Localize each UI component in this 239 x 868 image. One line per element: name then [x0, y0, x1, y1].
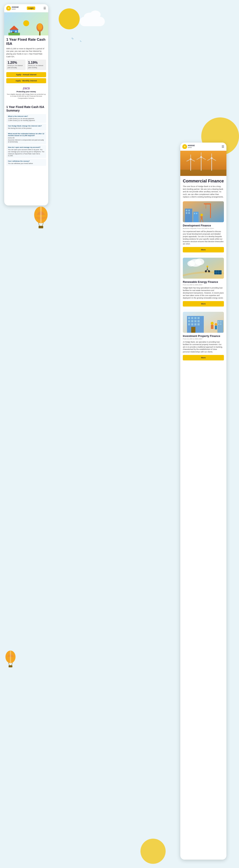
product-card-desc-2: At Hodge Bank, we specialise in providin… — [183, 341, 224, 353]
svg-point-50 — [201, 214, 203, 216]
left-phone-header: H HODGE BANK Login ☰ — [4, 4, 48, 12]
svg-rect-43 — [186, 210, 187, 211]
svg-point-86 — [215, 323, 217, 326]
balloon-bottom — [4, 650, 17, 669]
deco-cloud — [80, 17, 105, 26]
product-card-image-renewable — [183, 258, 224, 279]
product-card-title-2: Investment Property Finance — [183, 334, 224, 338]
right-hodge-sub: BANK — [188, 147, 195, 149]
product-card-renewable: Renewable Energy Finance From £1,000 to … — [183, 258, 224, 306]
svg-point-84 — [211, 322, 214, 325]
product-card-title-0: Development Finance — [183, 224, 224, 227]
svg-rect-49 — [196, 213, 197, 214]
hero-image-left — [4, 12, 48, 35]
commercial-desc: The core focus of Hodge Bank is to be a … — [183, 185, 224, 198]
hodge-sub: BANK — [12, 8, 19, 10]
right-hodge-logo-icon: H — [182, 144, 187, 149]
hero-image-right — [180, 151, 227, 176]
summary-section: 1 Year Fixed Rate Cash ISA Summary What … — [4, 105, 48, 169]
svg-rect-79 — [188, 323, 190, 326]
svg-rect-38 — [210, 204, 211, 218]
svg-rect-92 — [220, 323, 221, 325]
svg-rect-5 — [8, 33, 20, 35]
svg-rect-75 — [188, 320, 190, 322]
svg-rect-51 — [201, 216, 203, 219]
tree-illustration — [36, 23, 44, 35]
product-cards: Development Finance Business Deposits Fr… — [183, 201, 224, 361]
svg-rect-46 — [188, 212, 190, 214]
rate-monthly-label: Gross p.a. for interest paid monthly. — [28, 65, 45, 69]
svg-rect-81 — [195, 323, 197, 326]
svg-rect-78 — [198, 320, 200, 322]
faq-question: Can Hodge Bank change the interest rate? — [8, 125, 44, 127]
svg-rect-90 — [220, 321, 221, 322]
svg-line-11 — [38, 223, 39, 226]
product-card-image-investment — [183, 312, 224, 333]
faq-answer: You can withdraw your funds before — [8, 162, 44, 164]
svg-rect-19 — [8, 665, 12, 668]
right-phone: H HODGE BANK ☰ — [180, 143, 227, 860]
product-card-desc-1: Hodge Bank has long specialised in provi… — [183, 287, 224, 299]
faq-item: What is the interest rate? 1.40% Gross p… — [6, 114, 46, 123]
apply-annual-button[interactable]: Apply · Annual interest — [6, 72, 46, 77]
faq-question: What is the interest rate? — [8, 115, 44, 117]
fscs-section: ƒSCS Protecting your money Your eligible… — [6, 85, 46, 101]
svg-line-18 — [11, 663, 12, 665]
more-button-1[interactable]: More — [183, 301, 224, 307]
deco-bird: ∿ — [71, 37, 74, 40]
more-button-2[interactable]: More — [183, 355, 224, 361]
login-button[interactable]: Login — [27, 6, 35, 10]
product-card-investment: Investment Property Finance From £1,000 … — [183, 312, 224, 361]
svg-rect-72 — [191, 317, 193, 319]
svg-rect-77 — [195, 320, 197, 322]
svg-rect-4 — [15, 31, 17, 32]
svg-point-58 — [187, 260, 195, 267]
fscs-text: Your eligible deposits with Hodge Bank a… — [6, 93, 46, 99]
product-desc: With £1,000 or more to deposit for a per… — [6, 48, 46, 58]
svg-rect-48 — [194, 213, 195, 214]
svg-rect-32 — [211, 158, 212, 170]
fscs-title: Protecting your money — [6, 91, 46, 93]
svg-rect-13 — [38, 226, 43, 228]
faq-item: How do I open and manage my account? You… — [6, 145, 46, 158]
svg-marker-1 — [9, 26, 19, 30]
svg-rect-89 — [218, 321, 219, 322]
summary-title: 1 Year Fixed Rate Cash ISA Summary — [6, 105, 46, 113]
faq-item: What would the estimated balance be afte… — [6, 131, 46, 144]
svg-line-17 — [8, 663, 9, 665]
faq-question: Can I withdraw the money? — [8, 160, 44, 162]
svg-rect-74 — [198, 317, 200, 319]
logo-area: H HODGE BANK — [6, 6, 19, 10]
faq-question: What would the estimated balance be afte… — [8, 133, 44, 136]
faq-answer: Not during the term of the product. — [8, 127, 44, 129]
svg-rect-83 — [191, 327, 196, 333]
faq-list: What is the interest rate? 1.40% Gross p… — [6, 114, 46, 166]
svg-rect-44 — [188, 210, 190, 211]
apply-monthly-button[interactable]: Apply · Monthly interest — [6, 78, 46, 83]
product-card-development: Development Finance Business Deposits Fr… — [183, 201, 224, 252]
svg-rect-82 — [198, 323, 200, 326]
house-illustration — [8, 24, 20, 35]
right-hamburger-icon[interactable]: ☰ — [221, 145, 224, 148]
hamburger-icon[interactable]: ☰ — [43, 6, 46, 10]
right-phone-content: Commercial Finance The core focus of Hod… — [180, 176, 227, 366]
right-logo-area: H HODGE BANK — [182, 144, 195, 149]
svg-rect-85 — [211, 325, 213, 329]
hodge-name: HODGE — [12, 6, 19, 8]
hodge-logo-icon: H — [6, 6, 11, 10]
product-card-title-1: Renewable Energy Finance — [183, 280, 224, 283]
svg-rect-76 — [191, 320, 193, 322]
commercial-title: Commercial Finance — [183, 179, 224, 183]
deco-sun-bottom — [141, 839, 166, 864]
svg-line-12 — [42, 223, 43, 226]
balloon-left — [32, 206, 49, 228]
rate-monthly-value: 1.19% — [28, 61, 45, 65]
deco-sun — [59, 8, 80, 29]
product-title: 1 Year Fixed Rate Cash ISA — [6, 37, 46, 46]
deco-bird2: ∿ — [80, 40, 82, 42]
hero-sun — [23, 20, 29, 26]
faq-item: Can I withdraw the money? You can withdr… — [6, 159, 46, 166]
svg-rect-87 — [215, 326, 217, 330]
svg-rect-71 — [188, 317, 190, 319]
more-button-0[interactable]: More — [183, 247, 224, 252]
